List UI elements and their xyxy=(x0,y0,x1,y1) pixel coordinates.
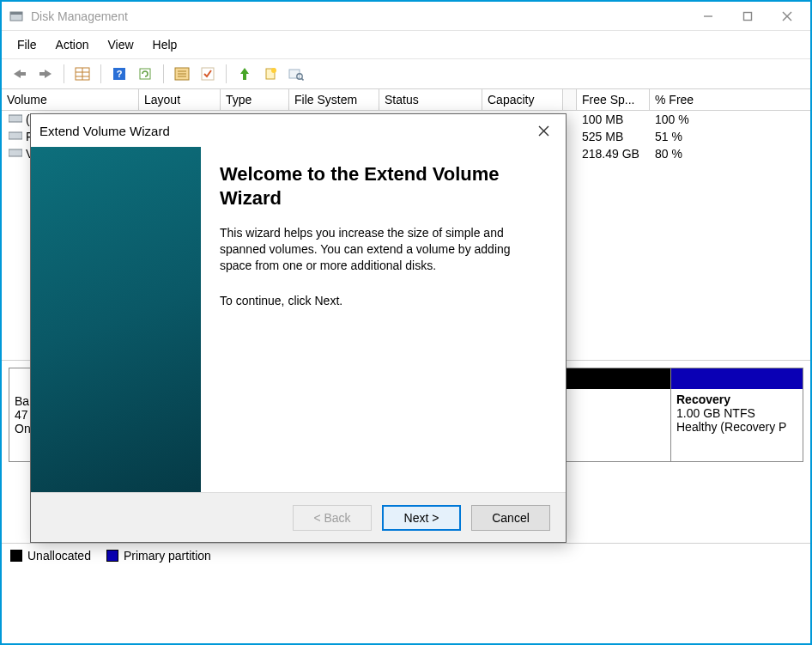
wizard-sidebar-image xyxy=(31,147,201,492)
refresh-icon[interactable] xyxy=(134,63,156,85)
cancel-button[interactable]: Cancel xyxy=(471,505,550,531)
new-icon[interactable] xyxy=(259,63,282,85)
partition-recovery[interactable]: Recovery 1.00 GB NTFS Healthy (Recovery … xyxy=(670,368,803,461)
help-book-icon[interactable]: ? xyxy=(108,63,130,85)
toolbar-separator xyxy=(100,64,101,83)
svg-rect-29 xyxy=(9,132,22,139)
back-arrow-icon[interactable] xyxy=(9,63,31,85)
wizard-footer: < Back Next > Cancel xyxy=(31,492,566,542)
check-icon[interactable] xyxy=(197,63,219,85)
cell-free: 525 MB xyxy=(577,128,650,145)
toolbar-separator xyxy=(226,64,227,83)
toolbar-separator xyxy=(163,64,164,83)
svg-rect-1 xyxy=(10,12,22,15)
svg-rect-28 xyxy=(9,115,22,122)
col-filesystem[interactable]: File System xyxy=(289,89,379,110)
svg-point-24 xyxy=(271,68,276,73)
col-gap xyxy=(563,89,577,110)
minimize-button[interactable] xyxy=(688,3,728,30)
window-title: Disk Management xyxy=(31,9,688,23)
search-icon[interactable] xyxy=(285,63,307,85)
properties-icon[interactable] xyxy=(171,63,193,85)
volume-icon xyxy=(7,148,24,158)
wizard-close-button[interactable] xyxy=(530,119,557,143)
menubar: File Action View Help xyxy=(2,31,810,59)
wizard-title: Extend Volume Wizard xyxy=(39,124,530,138)
partition-name: Recovery xyxy=(676,392,797,406)
toolbar: ? xyxy=(2,59,810,89)
extend-volume-wizard-dialog: Extend Volume Wizard Welcome to the Exte… xyxy=(30,113,567,543)
svg-rect-3 xyxy=(744,12,752,20)
legend: Unallocated Primary partition xyxy=(2,543,810,568)
svg-rect-30 xyxy=(9,149,22,156)
col-freespace[interactable]: Free Sp... xyxy=(577,89,650,110)
svg-text:?: ? xyxy=(117,69,123,79)
wizard-paragraph: This wizard helps you increase the size … xyxy=(220,225,540,274)
wizard-heading: Welcome to the Extend Volume Wizard xyxy=(220,162,540,210)
close-button[interactable] xyxy=(767,3,807,30)
cell-pct: 100 % xyxy=(650,111,727,128)
volume-icon xyxy=(7,131,24,141)
cell-pct: 51 % xyxy=(650,128,727,145)
menu-view[interactable]: View xyxy=(99,34,142,55)
titlebar: Disk Management xyxy=(2,2,810,31)
legend-swatch-unallocated xyxy=(10,550,22,562)
volume-list-header: Volume Layout Type File System Status Ca… xyxy=(2,89,810,111)
menu-help[interactable]: Help xyxy=(144,34,186,55)
wizard-titlebar: Extend Volume Wizard xyxy=(31,114,566,147)
app-icon xyxy=(9,9,24,24)
svg-line-27 xyxy=(301,78,304,81)
svg-marker-22 xyxy=(240,68,249,80)
next-button[interactable]: Next > xyxy=(382,505,461,531)
svg-rect-7 xyxy=(20,72,26,76)
legend-label: Unallocated xyxy=(27,549,91,563)
col-pctfree[interactable]: % Free xyxy=(650,89,727,110)
window-controls xyxy=(688,3,807,30)
partition-status: Healthy (Recovery P xyxy=(676,420,797,434)
svg-rect-9 xyxy=(39,72,45,76)
menu-file[interactable]: File xyxy=(9,34,45,55)
up-arrow-icon[interactable] xyxy=(233,63,256,85)
menu-action[interactable]: Action xyxy=(47,34,98,55)
cell-free: 100 MB xyxy=(577,111,650,128)
toolbar-separator xyxy=(64,64,64,83)
legend-swatch-primary xyxy=(106,550,118,562)
back-button: < Back xyxy=(293,505,372,531)
col-volume[interactable]: Volume xyxy=(2,89,139,110)
maximize-button[interactable] xyxy=(728,3,767,30)
cell-pct: 80 % xyxy=(650,145,727,162)
wizard-continue-text: To continue, click Next. xyxy=(220,293,540,309)
partition-bar xyxy=(671,368,803,389)
svg-rect-16 xyxy=(140,69,150,79)
partition-size: 1.00 GB NTFS xyxy=(676,406,797,420)
svg-marker-8 xyxy=(45,70,52,78)
volume-icon xyxy=(7,113,24,124)
table-icon[interactable] xyxy=(71,63,94,85)
col-layout[interactable]: Layout xyxy=(139,89,221,110)
legend-label: Primary partition xyxy=(124,549,211,563)
col-capacity[interactable]: Capacity xyxy=(482,89,563,110)
col-type[interactable]: Type xyxy=(221,89,289,110)
cell-free: 218.49 GB xyxy=(577,145,650,162)
col-status[interactable]: Status xyxy=(379,89,482,110)
wizard-content: Welcome to the Extend Volume Wizard This… xyxy=(201,147,566,492)
partition-body: Recovery 1.00 GB NTFS Healthy (Recovery … xyxy=(671,389,803,461)
forward-arrow-icon[interactable] xyxy=(34,63,57,85)
svg-marker-6 xyxy=(14,70,21,78)
